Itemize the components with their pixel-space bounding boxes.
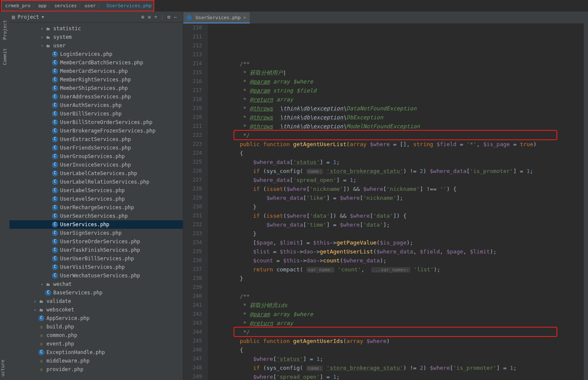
settings-icon[interactable]: ⚙: [167, 14, 170, 20]
line-number[interactable]: 241: [183, 301, 202, 310]
tree-item[interactable]: ▸🖿wechat: [9, 280, 183, 288]
tree-item[interactable]: ▸🖿system: [9, 33, 183, 41]
tree-item[interactable]: CUserLabelRelationServices.php: [9, 178, 183, 186]
tree-item[interactable]: ≣build.php: [9, 322, 183, 331]
code-line[interactable]: * @param string $field: [213, 86, 584, 95]
code-line[interactable]: */: [213, 328, 584, 337]
bc-2[interactable]: services: [54, 3, 77, 9]
tree-item[interactable]: CUserBrokerageFrozenServices.php: [9, 127, 183, 135]
code-line[interactable]: }: [213, 274, 584, 283]
chevron-down-icon[interactable]: ▼: [42, 15, 44, 19]
code-line[interactable]: * @return array: [213, 95, 584, 104]
tree-item[interactable]: ▸🖿webscoket: [9, 305, 183, 314]
line-number[interactable]: 247: [183, 354, 202, 363]
line-number[interactable]: 214: [183, 59, 202, 68]
code-line[interactable]: $where_data['like'] = $where['nickname']…: [213, 193, 584, 202]
bc-3[interactable]: user: [84, 3, 96, 9]
line-number[interactable]: 235: [183, 247, 202, 256]
expand-all-icon[interactable]: ≡: [148, 14, 151, 20]
line-number[interactable]: 212: [183, 41, 202, 50]
bc-current[interactable]: UserServices.php: [107, 3, 152, 9]
code-line[interactable]: $count = $this->dao->count($where_data);: [213, 256, 584, 265]
code-line[interactable]: [213, 283, 584, 292]
line-number[interactable]: 242: [183, 310, 202, 319]
tree-item[interactable]: CExceptionHandle.php: [9, 348, 183, 357]
tree-item[interactable]: CUserLabelCateServices.php: [9, 169, 183, 178]
line-number[interactable]: 240: [183, 292, 202, 301]
code-line[interactable]: /**: [213, 59, 584, 68]
chevron-right-icon[interactable]: ▸: [32, 299, 38, 303]
tree-item[interactable]: CMemberRightServices.php: [9, 75, 183, 84]
tree-item[interactable]: CUserFriendsServices.php: [9, 144, 183, 152]
tree-item[interactable]: ▸🖿validate: [9, 297, 183, 305]
line-number[interactable]: 246: [183, 345, 202, 354]
editor-tab-active[interactable]: UserServices.php ×: [183, 12, 250, 23]
tree-item[interactable]: CUserUserBillServices.php: [9, 254, 183, 263]
tree-item[interactable]: CUserStoreOrderServices.php: [9, 237, 183, 246]
chevron-down-icon[interactable]: ▾: [39, 43, 45, 48]
line-number[interactable]: 220: [183, 113, 202, 122]
line-number[interactable]: 237: [183, 265, 202, 274]
code-line[interactable]: /**: [213, 292, 584, 301]
gutter[interactable]: 2102112122132142152162172182192202212222…: [183, 23, 208, 380]
code-line[interactable]: {: [213, 149, 584, 158]
tree-item[interactable]: CUserWechatuserServices.php: [9, 271, 183, 280]
breadcrumb[interactable]: crmeb_pro 〉 app 〉 services 〉 user 〉 User…: [1, 0, 154, 12]
line-number[interactable]: 216: [183, 77, 202, 86]
tree-item[interactable]: CLoginServices.php: [9, 50, 183, 58]
code-line[interactable]: public function getAgentUserList(array $…: [213, 140, 584, 149]
line-number[interactable]: 215: [183, 68, 202, 77]
code-line[interactable]: * 获取分销用户|: [213, 68, 584, 77]
rail-commit[interactable]: Commit: [2, 48, 8, 65]
line-number[interactable]: 249: [183, 372, 202, 380]
code-line[interactable]: if (isset($where['nickname']) && $where[…: [213, 184, 584, 193]
code-line[interactable]: if (isset($where['data']) && $where['dat…: [213, 211, 584, 220]
code-line[interactable]: $where_data['spread_open'] = 1;: [213, 176, 584, 184]
line-number[interactable]: 222: [183, 131, 202, 140]
tree-item[interactable]: ▾🖿user: [9, 41, 183, 50]
line-number[interactable]: 233: [183, 229, 202, 238]
code-line[interactable]: */: [213, 131, 584, 140]
project-tree[interactable]: ▸🖿statistic▸🖿system▾🖿userCLoginServices.…: [9, 23, 183, 380]
code-line[interactable]: * @param array $where: [213, 310, 584, 319]
code-line[interactable]: {: [213, 345, 584, 354]
tree-item[interactable]: CMemberShipServices.php: [9, 84, 183, 92]
tree-item[interactable]: CAppService.php: [9, 314, 183, 322]
tree-item[interactable]: ≣provider.php: [9, 365, 183, 374]
tree-item[interactable]: CBaseServices.php: [9, 288, 183, 297]
code-line[interactable]: if (sys_config( name: 'store_brokerage_s…: [213, 167, 584, 176]
tree-item[interactable]: CUserServices.php: [9, 220, 183, 229]
tree-item[interactable]: CUserLabelServices.php: [9, 186, 183, 195]
line-number[interactable]: 230: [183, 202, 202, 211]
hide-icon[interactable]: —: [174, 14, 177, 20]
tree-item[interactable]: CUserSignServices.php: [9, 229, 183, 237]
code-line[interactable]: * @throws \think\db\exception\ModelNotFo…: [213, 122, 584, 131]
line-number[interactable]: 244: [183, 328, 202, 337]
line-number[interactable]: 234: [183, 238, 202, 247]
line-number[interactable]: 248: [183, 363, 202, 372]
bc-0[interactable]: crmeb_pro: [5, 3, 31, 9]
line-number[interactable]: 218: [183, 95, 202, 104]
line-number[interactable]: 213: [183, 50, 202, 59]
close-icon[interactable]: ×: [243, 15, 246, 20]
tree-item[interactable]: ≣event.php: [9, 340, 183, 348]
code-area[interactable]: /** * 获取分销用户| * @param array $where * @p…: [208, 23, 584, 380]
line-number[interactable]: 225: [183, 158, 202, 167]
collapse-all-icon[interactable]: ÷: [154, 14, 157, 20]
line-number[interactable]: 211: [183, 32, 202, 41]
rail-project[interactable]: Project: [2, 20, 8, 40]
line-number[interactable]: 238: [183, 274, 202, 283]
code-line[interactable]: $where_data['status'] = 1;: [213, 158, 584, 167]
line-number[interactable]: 232: [183, 220, 202, 229]
tree-item[interactable]: ≣common.php: [9, 331, 183, 340]
tree-item[interactable]: CUserSearchServices.php: [9, 212, 183, 220]
code-line[interactable]: $where['status'] = 1;: [213, 354, 584, 363]
code-line[interactable]: * @throws \think\db\exception\DbExceptio…: [213, 113, 584, 122]
tree-item[interactable]: CUserTaskFinishServices.php: [9, 246, 183, 254]
chevron-right-icon[interactable]: ▸: [39, 282, 45, 286]
tree-item[interactable]: CUserInvoiceServices.php: [9, 161, 183, 169]
tree-item[interactable]: CUserAuthServices.php: [9, 101, 183, 109]
editor-body[interactable]: 2102112122132142152162172182192202212222…: [183, 23, 588, 380]
line-number[interactable]: 226: [183, 167, 202, 176]
code-line[interactable]: * @throws \think\db\exception\DataNotFou…: [213, 104, 584, 113]
